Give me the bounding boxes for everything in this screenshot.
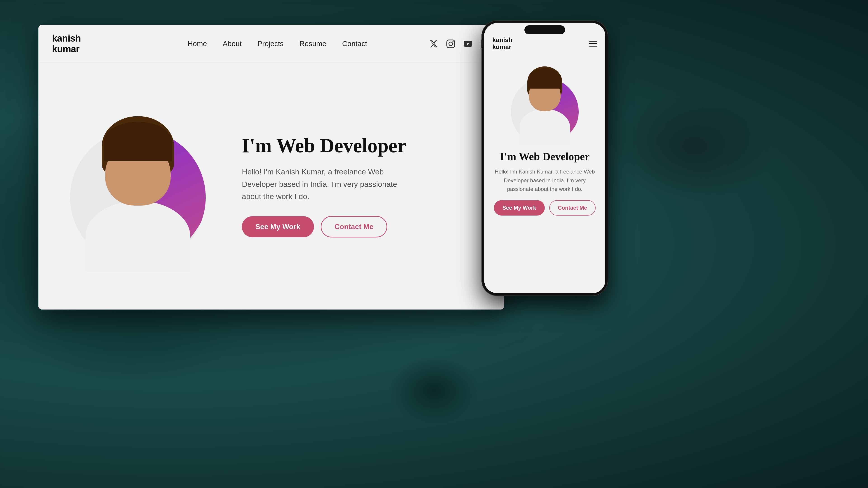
social-icons-group — [428, 38, 491, 49]
mobile-see-my-work-button[interactable]: See My Work — [494, 200, 545, 216]
twitter-icon[interactable] — [428, 38, 439, 49]
mobile-contact-me-button[interactable]: Contact Me — [549, 200, 596, 216]
instagram-icon[interactable] — [445, 38, 456, 49]
desktop-hero-buttons: See My Work Contact Me — [242, 216, 486, 237]
desktop-profile-image — [52, 100, 224, 272]
mobile-profile-image — [502, 60, 588, 145]
desktop-navbar: kanish kumar Home About Projects Resume … — [38, 25, 504, 63]
desktop-hero-description: Hello! I'm Kanish Kumar, a freelance Web… — [242, 166, 405, 202]
youtube-icon[interactable] — [463, 38, 473, 49]
desktop-hero-title: I'm Web Developer — [242, 135, 486, 157]
person-illustration — [72, 114, 204, 272]
nav-link-home[interactable]: Home — [188, 39, 207, 48]
mobile-profile-photo — [513, 64, 577, 145]
mobile-person-illustration — [513, 64, 577, 145]
nav-link-contact[interactable]: Contact — [342, 39, 367, 48]
hamburger-line-3 — [589, 46, 597, 46]
person-hair-top — [104, 122, 172, 161]
mobile-phone-device: kanish kumar — [482, 20, 608, 296]
phone-notch — [524, 25, 565, 34]
hamburger-line-2 — [589, 43, 597, 44]
hamburger-line-1 — [589, 41, 597, 41]
desktop-logo[interactable]: kanish kumar — [52, 33, 93, 54]
mobile-hero-title: I'm Web Developer — [500, 150, 590, 163]
profile-photo — [72, 114, 204, 272]
desktop-contact-me-button[interactable]: Contact Me — [321, 216, 387, 237]
phone-screen: kanish kumar — [484, 23, 605, 293]
desktop-hero-section: I'm Web Developer Hello! I'm Kanish Kuma… — [38, 63, 504, 310]
desktop-browser-window: kanish kumar Home About Projects Resume … — [38, 25, 504, 310]
mobile-hero-description: Hello! I'm Kanish Kumar, a freelance Web… — [491, 167, 598, 193]
hamburger-menu-button[interactable] — [589, 41, 597, 46]
nav-link-resume[interactable]: Resume — [300, 39, 327, 48]
person-body — [86, 201, 190, 272]
mobile-logo[interactable]: kanish kumar — [492, 37, 513, 51]
mobile-person-body — [520, 109, 570, 145]
nav-link-projects[interactable]: Projects — [257, 39, 284, 48]
nav-link-about[interactable]: About — [223, 39, 242, 48]
mobile-hero-buttons: See My Work Contact Me — [494, 200, 596, 216]
desktop-hero-content: I'm Web Developer Hello! I'm Kanish Kuma… — [242, 135, 486, 238]
desktop-nav-links: Home About Projects Resume Contact — [188, 39, 428, 48]
mobile-person-hair-top — [528, 68, 561, 89]
desktop-see-my-work-button[interactable]: See My Work — [242, 216, 314, 237]
mobile-hero-section: I'm Web Developer Hello! I'm Kanish Kuma… — [484, 55, 605, 293]
